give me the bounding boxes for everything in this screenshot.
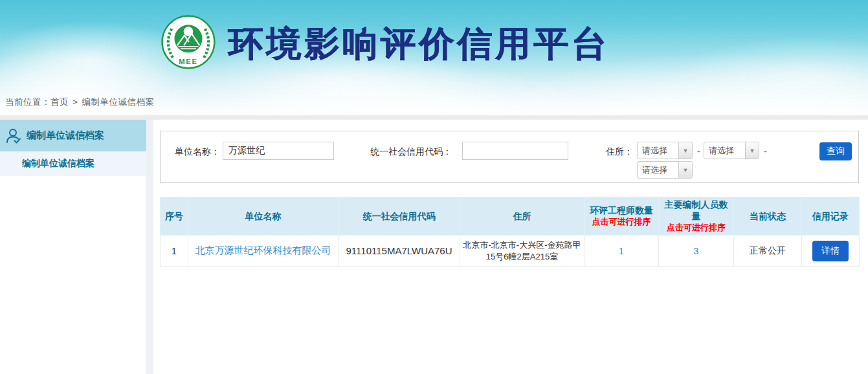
sidebar-item-credit-archive[interactable]: 编制单位诚信档案 xyxy=(0,151,146,176)
user-check-icon xyxy=(5,127,22,144)
table-header-row: 序号 单位名称 统一社会信用代码 住所 环评工程师数量 点击可进行排序 主要编制… xyxy=(161,197,860,236)
address-label: 住所： xyxy=(606,142,633,160)
address-province-value: 请选择 xyxy=(638,142,678,159)
col-header-staff-label: 主要编制人员数量 xyxy=(665,199,728,221)
col-header-engineers-label: 环评工程师数量 xyxy=(590,205,653,215)
col-header-address: 住所 xyxy=(460,197,584,236)
sidebar-content-divider xyxy=(146,120,153,374)
breadcrumb-separator: > xyxy=(72,97,78,107)
detail-button[interactable]: 详情 xyxy=(812,241,849,261)
breadcrumb-home-link[interactable]: 首页 xyxy=(50,97,69,107)
col-header-engineers[interactable]: 环评工程师数量 点击可进行排序 xyxy=(584,197,659,236)
address-dash-2: - xyxy=(764,142,767,160)
engineers-sort-hint[interactable]: 点击可进行排序 xyxy=(586,217,657,228)
page-title: 环境影响评价信用平台 xyxy=(228,21,610,68)
address-city-select[interactable]: 请选择 ▼ xyxy=(704,142,759,159)
header-divider xyxy=(0,115,868,120)
address-district-select[interactable]: 请选择 ▼ xyxy=(637,161,693,179)
query-button[interactable]: 查询 xyxy=(819,142,852,160)
breadcrumb-current: 编制单位诚信档案 xyxy=(82,97,154,107)
credit-code-label: 统一社会信用代码： xyxy=(370,142,452,160)
sidebar-item-label: 编制单位诚信档案 xyxy=(22,158,95,170)
address-dash-1: - xyxy=(697,142,700,160)
chevron-down-icon[interactable]: ▼ xyxy=(745,142,759,159)
table-row: 1 北京万源世纪环保科技有限公司 91110115MA7LWUA76U 北京市-… xyxy=(161,236,860,267)
col-header-status: 当前状态 xyxy=(734,197,802,236)
company-name-link[interactable]: 北京万源世纪环保科技有限公司 xyxy=(195,245,331,256)
results-table: 序号 单位名称 统一社会信用代码 住所 环评工程师数量 点击可进行排序 主要编制… xyxy=(160,197,860,267)
search-panel: 单位名称： 统一社会信用代码： 住所： 请选择 ▼ - 请选择 ▼ - 请选择 … xyxy=(160,131,859,183)
col-header-staff[interactable]: 主要编制人员数量 点击可进行排序 xyxy=(659,197,734,236)
engineer-count-link[interactable]: 1 xyxy=(619,246,624,256)
col-header-code: 统一社会信用代码 xyxy=(339,197,460,236)
row-index-cell: 1 xyxy=(161,236,188,267)
sidebar: 编制单位诚信档案 编制单位诚信档案 xyxy=(0,120,146,374)
main-content: 单位名称： 统一社会信用代码： 住所： 请选择 ▼ - 请选择 ▼ - 请选择 … xyxy=(153,120,868,374)
staff-count-link[interactable]: 3 xyxy=(694,246,699,256)
sidebar-section-credit-archive[interactable]: 编制单位诚信档案 xyxy=(0,120,146,151)
company-name-label: 单位名称： xyxy=(175,142,220,160)
address-province-select[interactable]: 请选择 ▼ xyxy=(637,142,693,159)
credit-code-input[interactable] xyxy=(462,142,568,160)
chevron-down-icon[interactable]: ▼ xyxy=(678,162,692,178)
col-header-company: 单位名称 xyxy=(188,197,339,236)
status-cell: 正常公开 xyxy=(734,236,802,267)
address-district-value: 请选择 xyxy=(638,162,678,178)
address-city-value: 请选择 xyxy=(704,142,745,159)
page-body: 编制单位诚信档案 编制单位诚信档案 单位名称： 统一社会信用代码： 住所： 请选… xyxy=(0,120,868,374)
svg-text:MEE: MEE xyxy=(179,58,197,65)
breadcrumb-prefix: 当前位置： xyxy=(5,97,50,107)
mee-logo-icon: MEE xyxy=(161,14,216,70)
col-header-record: 信用记录 xyxy=(802,197,860,236)
credit-code-cell: 91110115MA7LWUA76U xyxy=(339,236,460,267)
sidebar-section-label: 编制单位诚信档案 xyxy=(27,129,104,142)
company-name-input[interactable] xyxy=(223,142,334,160)
address-cell: 北京市-北京市-大兴区-金苑路甲15号6幢2层A215室 xyxy=(460,236,584,267)
chevron-down-icon[interactable]: ▼ xyxy=(678,142,692,159)
breadcrumb: 当前位置：首页>编制单位诚信档案 xyxy=(5,96,154,108)
col-header-index: 序号 xyxy=(161,197,188,236)
results-table-wrap: 序号 单位名称 统一社会信用代码 住所 环评工程师数量 点击可进行排序 主要编制… xyxy=(160,197,859,267)
site-header: MEE 环境影响评价信用平台 当前位置：首页>编制单位诚信档案 xyxy=(0,0,868,115)
staff-sort-hint[interactable]: 点击可进行排序 xyxy=(660,223,732,234)
